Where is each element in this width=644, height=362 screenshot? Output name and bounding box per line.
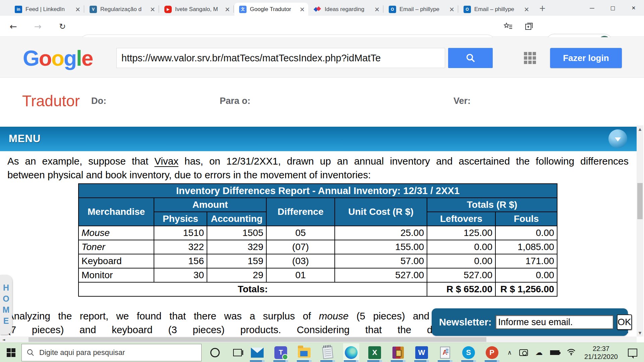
tab-close-icon[interactable]: ✕ xyxy=(150,6,155,13)
tab-regularizacao[interactable]: V Regularização d ✕ xyxy=(85,3,159,16)
camera-tray-icon[interactable] xyxy=(519,349,528,356)
scroll-down-arrow-icon[interactable]: ▼ xyxy=(637,330,643,336)
taskbar-word-icon[interactable]: W xyxy=(414,343,430,362)
tab-label: Regularização d xyxy=(100,6,148,13)
to-label: Para o: xyxy=(220,96,251,106)
taskbar-winrar-icon[interactable] xyxy=(390,343,406,362)
taskbar-mail-icon[interactable] xyxy=(249,343,265,362)
search-button[interactable] xyxy=(448,48,493,68)
tray-chevron-up-icon[interactable]: ∧ xyxy=(507,349,512,356)
address-bar-row: ← → ↻ https://translate.google.com.br/tr… xyxy=(0,16,644,37)
scroll-up-arrow-icon[interactable]: ▲ xyxy=(637,126,643,132)
vivax-link[interactable]: Vivax xyxy=(154,156,178,167)
tab-google-tradutor-active[interactable]: 文 Google Tradutor ✕ xyxy=(234,3,308,16)
search-icon xyxy=(26,349,35,357)
tab-close-icon[interactable]: ✕ xyxy=(449,6,454,13)
col-header-merchandise: Merchandise xyxy=(78,198,154,226)
clock-date: 21/12/2020 xyxy=(584,353,618,361)
totals-label: Totals: xyxy=(78,282,427,296)
taskbar-text-document-icon[interactable]: A xyxy=(437,343,453,362)
maximize-button[interactable]: □ xyxy=(602,0,623,16)
v-site-favicon-icon: V xyxy=(90,6,97,13)
back-button[interactable]: ← xyxy=(7,20,19,33)
wifi-icon[interactable] xyxy=(567,348,576,357)
task-view-icon[interactable] xyxy=(233,349,242,356)
favorites-bar-icon[interactable] xyxy=(502,21,514,32)
home-side-tab[interactable]: HOME xyxy=(0,275,12,335)
action-center-icon[interactable] xyxy=(628,349,637,357)
totals-fouls: R $ 1,256.00 xyxy=(495,282,557,296)
ideas-favicon-icon xyxy=(314,6,321,13)
onedrive-cloud-icon[interactable]: ☁ xyxy=(535,348,543,357)
horizontal-scrollbar[interactable]: ◄ xyxy=(0,337,637,343)
col-header-totals: Totals (R $) xyxy=(427,198,557,212)
tab-close-icon[interactable]: ✕ xyxy=(374,6,380,13)
taskbar-teams-icon[interactable]: T xyxy=(273,343,289,362)
tab-strip: in Feed | LinkedIn ✕ V Regularização d ✕… xyxy=(0,0,644,16)
newsletter-email-input[interactable] xyxy=(495,315,613,329)
newsletter-label: Newsletter: xyxy=(439,317,491,328)
inventory-differences-table: Inventory Differences Report - Annual In… xyxy=(78,183,557,297)
tab-label: Ivete Sangalo, M xyxy=(175,6,223,13)
home-tab-label: HOME xyxy=(2,282,10,326)
taskbar-skype-icon[interactable]: S xyxy=(461,343,477,362)
menu-dropdown-button[interactable] xyxy=(608,129,627,148)
minimize-button[interactable]: — xyxy=(582,0,602,16)
intro-paragraph: As an example, suppose that Vivax has, o… xyxy=(7,154,629,182)
new-tab-button[interactable]: + xyxy=(537,3,548,13)
vertical-scrollbar[interactable]: ▲ ▼ xyxy=(637,125,643,337)
newsletter-ok-button[interactable]: OK xyxy=(617,314,632,330)
windows-taskbar: Digite aqui para pesquisar T X W A S P ∧… xyxy=(0,343,644,362)
start-button-icon[interactable] xyxy=(7,348,15,357)
google-translate-header: Google Fazer login xyxy=(0,37,644,78)
taskbar-excel-icon[interactable]: X xyxy=(367,343,383,362)
cortana-icon[interactable] xyxy=(210,348,220,357)
system-tray: ∧ ☁ 22:37 21/12/2020 xyxy=(500,345,644,361)
google-logo: Google xyxy=(23,46,93,71)
outlook-favicon-icon: O xyxy=(389,6,396,13)
tab-close-icon[interactable]: ✕ xyxy=(75,6,80,13)
vertical-scroll-thumb[interactable] xyxy=(637,183,643,219)
taskbar-search-placeholder: Digite aqui para pesquisar xyxy=(39,348,125,357)
col-header-physics: Physics xyxy=(154,212,207,226)
tradutor-title: Tradutor xyxy=(22,92,80,110)
tab-label: Email – phillype xyxy=(474,6,522,13)
col-header-leftovers: Leftovers xyxy=(427,212,495,226)
google-translate-favicon-icon: 文 xyxy=(239,6,247,13)
horizontal-scroll-thumb[interactable] xyxy=(29,337,486,342)
tab-youtube[interactable]: ▶ Ivete Sangalo, M ✕ xyxy=(160,3,233,16)
col-header-unit-cost: Unit Cost (R $) xyxy=(335,198,427,226)
taskbar-edge-icon-active[interactable] xyxy=(343,343,359,362)
view-label: Ver: xyxy=(453,96,471,106)
tab-email-2[interactable]: O Email – phillype ✕ xyxy=(459,3,533,16)
scroll-left-arrow-icon[interactable]: ◄ xyxy=(1,337,7,343)
col-header-difference: Difference xyxy=(266,198,335,226)
tab-email-1[interactable]: O Email – phillype ✕ xyxy=(384,3,458,16)
login-button[interactable]: Fazer login xyxy=(550,48,622,68)
refresh-button[interactable]: ↻ xyxy=(56,20,68,33)
tab-separator xyxy=(383,5,383,13)
tab-ideas[interactable]: Ideas regarding ✕ xyxy=(309,3,383,16)
collections-icon[interactable] xyxy=(523,21,535,32)
taskbar-powerpoint-icon[interactable]: P xyxy=(484,343,500,362)
tab-separator xyxy=(233,5,234,13)
translate-url-input[interactable] xyxy=(116,48,445,68)
google-apps-grid-icon[interactable] xyxy=(524,52,537,65)
site-menu-bar: MENU xyxy=(0,127,637,151)
forward-button[interactable]: → xyxy=(32,20,44,33)
tab-close-icon[interactable]: ✕ xyxy=(300,6,305,13)
tab-close-icon[interactable]: ✕ xyxy=(225,6,230,13)
close-button[interactable]: ✕ xyxy=(623,0,644,16)
battery-icon[interactable] xyxy=(550,350,559,355)
youtube-favicon-icon: ▶ xyxy=(164,6,172,13)
taskbar-file-explorer-icon[interactable] xyxy=(296,343,312,362)
table-row: Mouse 1510 1505 05 25.00 125.00 0.00 xyxy=(78,226,557,240)
taskbar-notepad-icon[interactable] xyxy=(320,343,336,362)
taskbar-search-box[interactable]: Digite aqui para pesquisar xyxy=(21,344,202,361)
taskbar-clock[interactable]: 22:37 21/12/2020 xyxy=(584,345,618,361)
tab-label: Email – phillype xyxy=(399,6,447,13)
table-title: Inventory Differences Report - Annual In… xyxy=(78,184,557,198)
tab-close-icon[interactable]: ✕ xyxy=(524,6,529,13)
tab-linkedin[interactable]: in Feed | LinkedIn ✕ xyxy=(10,3,84,16)
table-row: Monitor 30 29 01 527.00 527.00 0.00 xyxy=(78,268,557,282)
